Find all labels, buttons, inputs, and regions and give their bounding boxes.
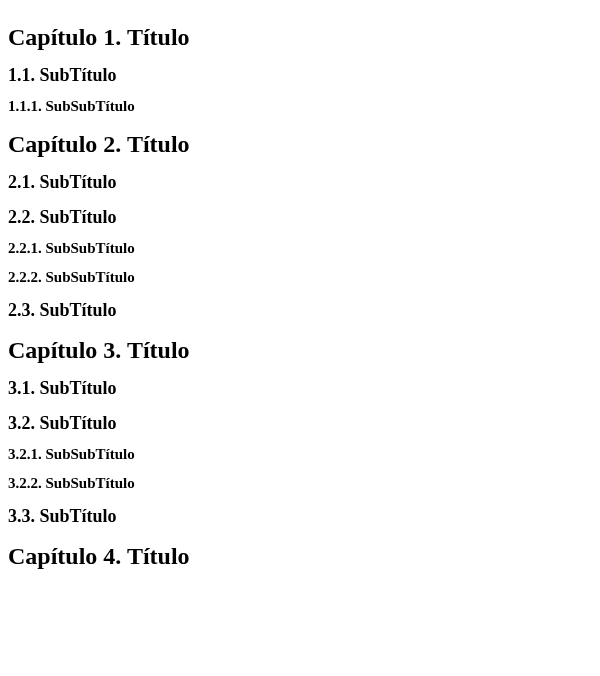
section-2-2-2-title: 2.2.2. SubSubTítulo — [8, 269, 600, 286]
section-3-2-1-title: 3.2.1. SubSubTítulo — [8, 446, 600, 463]
section-2-2-title: 2.2. SubTítulo — [8, 207, 600, 228]
section-3-2-title: 3.2. SubTítulo — [8, 413, 600, 434]
section-2-2-1-title: 2.2.1. SubSubTítulo — [8, 240, 600, 257]
section-2-3-title: 2.3. SubTítulo — [8, 300, 600, 321]
section-3-3-title: 3.3. SubTítulo — [8, 506, 600, 527]
chapter-4-title: Capítulo 4. Título — [8, 543, 600, 570]
section-1-1-title: 1.1. SubTítulo — [8, 65, 600, 86]
section-2-1-title: 2.1. SubTítulo — [8, 172, 600, 193]
chapter-2-title: Capítulo 2. Título — [8, 131, 600, 158]
chapter-3-title: Capítulo 3. Título — [8, 337, 600, 364]
section-3-1-title: 3.1. SubTítulo — [8, 378, 600, 399]
chapter-1-title: Capítulo 1. Título — [8, 24, 600, 51]
section-1-1-1-title: 1.1.1. SubSubTítulo — [8, 98, 600, 115]
section-3-2-2-title: 3.2.2. SubSubTítulo — [8, 475, 600, 492]
